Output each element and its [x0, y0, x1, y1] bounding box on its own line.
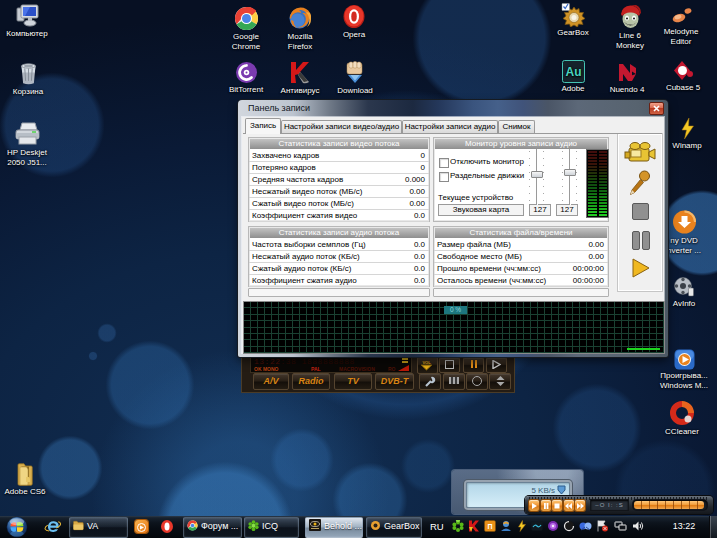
svg-text:П: П	[487, 523, 492, 530]
svg-text:Au: Au	[565, 65, 581, 79]
svg-text:VOL: VOL	[422, 360, 431, 365]
